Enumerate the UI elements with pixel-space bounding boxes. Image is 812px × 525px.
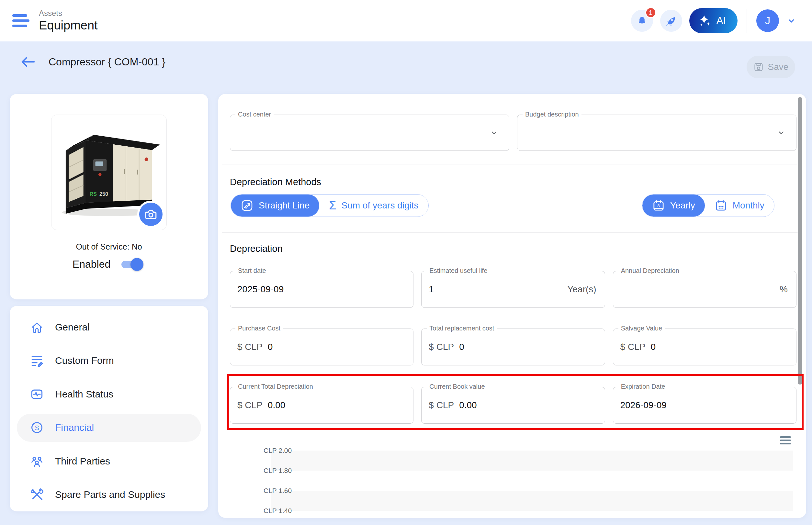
sidebar-item-general[interactable]: General	[10, 311, 208, 344]
sidebar-item-label: Spare Parts and Supplies	[55, 489, 165, 500]
yearly-button[interactable]: 8 Yearly	[643, 195, 705, 216]
calendar-year-icon: 8	[652, 199, 665, 212]
field-label: Salvage Value	[618, 325, 665, 332]
ai-assistant-button[interactable]: AI	[689, 8, 738, 33]
header-actions: 1 AI J	[631, 8, 796, 33]
current-book-value-field[interactable]: Current Book value $ CLP 0.00	[421, 387, 605, 424]
model-label-prefix: RS	[90, 191, 97, 197]
purchase-cost-field[interactable]: Purchase Cost $ CLP 0	[230, 329, 413, 365]
useful-life-field[interactable]: Estimated useful life 1 Year(s)	[421, 271, 605, 308]
health-monitor-icon	[30, 387, 44, 401]
asset-photo: RS 250	[51, 115, 167, 230]
currency-prefix: $ CLP	[429, 400, 454, 410]
budget-description-label: Budget description	[522, 111, 581, 118]
monthly-button[interactable]: Monthly	[705, 195, 774, 216]
divider	[222, 435, 801, 435]
back-button[interactable]	[19, 55, 35, 68]
sidebar-item-third-parties[interactable]: Third Parties	[10, 445, 208, 478]
chart-menu-icon[interactable]	[780, 436, 791, 446]
field-suffix: Year(s)	[567, 284, 596, 295]
depreciation-row-2: Purchase Cost $ CLP 0 Total replacement …	[230, 329, 796, 365]
straight-line-button[interactable]: Straight Line	[231, 195, 319, 216]
enabled-label: Enabled	[73, 258, 110, 270]
expiration-date-field[interactable]: Expiration Date 2026-09-09	[613, 387, 796, 424]
depreciation-row-3: Current Total Depreciation $ CLP 0.00 Cu…	[230, 387, 796, 424]
depreciation-method-toggle: Straight Line Σ Sum of years digits	[231, 194, 429, 217]
sparkles-icon	[698, 14, 712, 28]
sidebar-item-spare-parts[interactable]: Spare Parts and Supplies	[10, 478, 208, 511]
straight-line-label: Straight Line	[259, 200, 310, 211]
sum-of-years-button[interactable]: Σ Sum of years digits	[319, 195, 428, 216]
chevron-down-icon	[777, 128, 786, 137]
calendar-month-icon	[714, 199, 727, 212]
arrow-left-icon	[19, 55, 35, 68]
depreciation-row-1: Start date 2025-09-09 Estimated useful l…	[230, 271, 796, 308]
field-label: Current Book value	[427, 383, 487, 390]
app-header: Assets Equipment 1	[0, 0, 812, 42]
avatar[interactable]: J	[756, 10, 779, 32]
currency-prefix: $ CLP	[237, 342, 263, 352]
rocket-icon	[665, 14, 678, 27]
out-of-service-status: Out of Service: No	[10, 242, 208, 252]
asset-title: Compressor { COM-001 }	[48, 56, 165, 68]
sidebar-item-label: Third Parties	[55, 456, 110, 467]
sum-of-years-label: Sum of years digits	[341, 200, 418, 211]
sidebar-item-financial[interactable]: $ Financial	[17, 414, 201, 442]
bell-icon	[636, 15, 648, 27]
save-button[interactable]: Save	[747, 56, 795, 78]
asset-summary-card: RS 250 Out of Service: No	[10, 94, 208, 299]
save-label: Save	[768, 62, 789, 72]
notification-badge: 1	[645, 7, 656, 18]
field-value: 1	[429, 284, 434, 295]
toggle-knob	[131, 258, 144, 271]
depreciation-heading: Depreciation	[230, 243, 283, 254]
camera-icon	[144, 208, 158, 221]
sidebar-item-label: Health Status	[55, 389, 113, 400]
chart-band	[271, 491, 793, 511]
annual-depreciation-field[interactable]: Annual Depreciation %	[613, 271, 796, 308]
field-value: 0	[268, 342, 273, 352]
chevron-down-icon	[489, 128, 499, 137]
panel-scrollbar[interactable]	[798, 97, 802, 385]
field-label: Current Total Depreciation	[235, 383, 316, 390]
enabled-row: Enabled	[10, 258, 208, 270]
dollar-circle-icon: $	[30, 420, 44, 435]
budget-description-select[interactable]: Budget description	[517, 115, 796, 151]
field-label: Annual Depreciation	[618, 267, 682, 274]
currency-prefix: $ CLP	[237, 400, 263, 410]
change-photo-button[interactable]	[137, 201, 164, 228]
asset-section-nav: General Custom Form Health Status	[10, 306, 208, 511]
chart-band	[271, 451, 793, 470]
current-total-depreciation-field[interactable]: Current Total Depreciation $ CLP 0.00	[230, 387, 413, 424]
field-label: Total replacement cost	[427, 325, 497, 332]
calendar-number: 8	[657, 203, 660, 208]
tools-icon	[30, 487, 44, 502]
salvage-value-field[interactable]: Salvage Value $ CLP 0	[613, 329, 796, 365]
field-value: 0.00	[459, 400, 477, 410]
field-label: Estimated useful life	[427, 267, 490, 274]
header-divider	[747, 9, 747, 33]
field-suffix: %	[780, 284, 788, 295]
methods-heading: Depreciation Methods	[230, 177, 321, 188]
equipment-financial-page: Assets Equipment 1	[0, 0, 812, 525]
breadcrumb-section: Assets	[39, 9, 98, 17]
page-title: Equipment	[39, 19, 98, 32]
cost-center-select[interactable]: Cost center	[230, 115, 509, 151]
chart-y-tick: CLP 1.60	[264, 487, 292, 495]
menu-icon[interactable]	[12, 13, 30, 28]
sidebar-item-custom-form[interactable]: Custom Form	[10, 344, 208, 378]
enabled-toggle[interactable]	[121, 261, 142, 268]
start-date-field[interactable]: Start date 2025-09-09	[230, 271, 413, 308]
field-value: 0	[650, 342, 655, 352]
sidebar-item-health-status[interactable]: Health Status	[10, 377, 208, 411]
chevron-down-icon[interactable]	[786, 16, 796, 26]
sigma-icon: Σ	[329, 200, 336, 211]
currency-prefix: $ CLP	[429, 342, 454, 352]
launcher-button[interactable]	[660, 10, 682, 32]
total-replacement-cost-field[interactable]: Total replacement cost $ CLP 0	[421, 329, 605, 365]
home-icon	[30, 320, 44, 334]
sidebar-item-label: General	[55, 322, 90, 333]
notifications-button[interactable]: 1	[631, 10, 653, 32]
sidebar-item-label: Custom Form	[55, 355, 114, 366]
field-value: 0.00	[268, 400, 285, 410]
